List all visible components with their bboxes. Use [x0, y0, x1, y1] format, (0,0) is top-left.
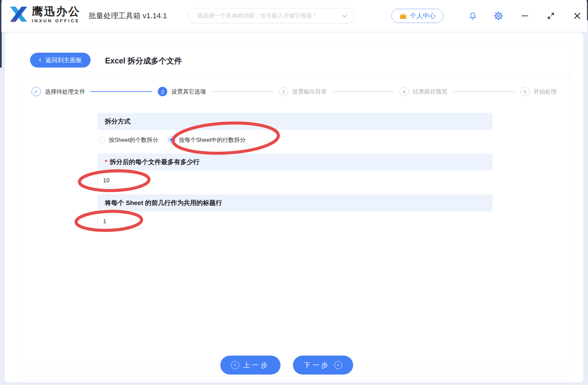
app-title: 批量处理工具箱 v1.14.1: [89, 0, 167, 32]
bell-icon: [468, 11, 477, 20]
brand: 鹰迅办公 INXUN OFFICE: [9, 4, 80, 24]
step-4-label: 结果路径预览: [413, 88, 447, 96]
step-3-number: 3: [279, 87, 288, 96]
step-5-start: 5 开始处理: [520, 87, 557, 96]
step-connector: [332, 91, 394, 92]
window-close-button[interactable]: [572, 11, 582, 21]
titlebar: 鹰迅办公 INXUN OFFICE 批量处理工具箱 v1.14.1 个人中心: [1, 0, 587, 32]
next-step-label: 下一步: [304, 361, 330, 370]
split-mode-radio-group: 按Sheet的个数拆分 按每个Sheet中的行数拆分: [98, 134, 256, 146]
panel-header: ‹ 返回到主面板 Excel 拆分成多个文件: [18, 44, 570, 78]
notifications-button[interactable]: [468, 11, 478, 21]
back-button-label: 返回到主面板: [45, 56, 82, 64]
next-step-button[interactable]: 下一步 ›: [293, 356, 353, 375]
radio-circle-icon: [98, 136, 105, 143]
page-title: Excel 拆分成多个文件: [105, 44, 182, 78]
chevron-down-icon: [342, 12, 347, 18]
minimize-icon: [521, 16, 528, 17]
crown-icon: [399, 12, 407, 20]
step-connector: [211, 91, 273, 92]
step-2-label: 设置其它选项: [171, 88, 206, 96]
required-asterisk: *: [105, 158, 107, 166]
user-center-label: 个人中心: [410, 11, 436, 20]
radio-split-by-sheet-count[interactable]: 按Sheet的个数拆分: [98, 136, 158, 144]
step-3-label: 设置输出目录: [292, 88, 327, 96]
back-to-dashboard-button[interactable]: ‹ 返回到主面板: [30, 53, 91, 68]
step-4-result-preview: 4 结果路径预览: [399, 87, 447, 96]
gear-icon: [494, 11, 503, 21]
brand-text: 鹰迅办公 INXUN OFFICE: [32, 5, 80, 23]
step-5-number: 5: [520, 87, 530, 96]
user-center-button[interactable]: 个人中心: [391, 9, 443, 23]
split-mode-label: 拆分方式: [105, 117, 130, 126]
previous-step-button[interactable]: ‹ 上一步: [220, 356, 280, 375]
step-1-label: 选择待处理文件: [45, 88, 85, 96]
window-minimize-button[interactable]: [520, 11, 530, 21]
function-search-select[interactable]: [188, 8, 355, 23]
split-mode-header: 拆分方式: [97, 113, 493, 130]
wizard-footer: ‹ 上一步 下一步 ›: [10, 356, 563, 375]
step-3-output-dir: 3 设置输出目录: [279, 87, 327, 96]
close-icon: [573, 11, 582, 20]
window-resize-button[interactable]: [546, 11, 556, 21]
max-rows-header: * 拆分后的每个文件最多有多少行: [97, 153, 493, 171]
step-connector: [453, 91, 515, 92]
search-input[interactable]: [197, 12, 338, 19]
brand-subtitle: INXUN OFFICE: [32, 18, 80, 23]
wizard-panel: ‹ 返回到主面板 Excel 拆分成多个文件 ✓ 选择待处理文件 2 设置其它选…: [18, 43, 570, 380]
main-card: ‹ 返回到主面板 Excel 拆分成多个文件 ✓ 选择待处理文件 2 设置其它选…: [5, 32, 583, 382]
expand-arrows-icon: [547, 12, 555, 20]
max-rows-input[interactable]: [97, 173, 143, 188]
settings-button[interactable]: [493, 11, 504, 21]
header-rows-label: 将每个 Sheet 的前几行作为共用的标题行: [105, 199, 222, 207]
brand-logo-icon: [9, 4, 28, 24]
step-5-label: 开始处理: [534, 88, 557, 96]
step-1-check-icon: ✓: [31, 87, 41, 96]
step-2-number: 2: [158, 87, 167, 96]
radio-selected-icon: [168, 136, 175, 143]
step-2-set-options: 2 设置其它选项: [158, 87, 206, 96]
chevron-left-icon: ‹: [39, 56, 41, 63]
options-form: 拆分方式 按Sheet的个数拆分 按每个Sheet中的行数拆分 * 拆分后的每个…: [97, 113, 493, 248]
brand-name: 鹰迅办公: [32, 5, 80, 18]
step-1-select-files: ✓ 选择待处理文件: [31, 87, 85, 96]
header-rows-input[interactable]: [97, 214, 143, 229]
previous-step-label: 上一步: [243, 361, 270, 370]
radio-split-by-row-count[interactable]: 按每个Sheet中的行数拆分: [168, 136, 245, 144]
header-rows-header: 将每个 Sheet 的前几行作为共用的标题行: [97, 194, 493, 211]
max-rows-label: 拆分后的每个文件最多有多少行: [109, 158, 199, 166]
circle-arrow-left-icon: ‹: [231, 361, 239, 369]
step-indicator: ✓ 选择待处理文件 2 设置其它选项 3 设置输出目录 4 结果路径预览 5 开…: [31, 85, 557, 98]
radio-label: 按每个Sheet中的行数拆分: [179, 136, 245, 144]
step-4-number: 4: [399, 87, 409, 96]
radio-label: 按Sheet的个数拆分: [109, 136, 158, 144]
step-connector: [91, 91, 152, 92]
circle-arrow-right-icon: ›: [334, 361, 342, 369]
